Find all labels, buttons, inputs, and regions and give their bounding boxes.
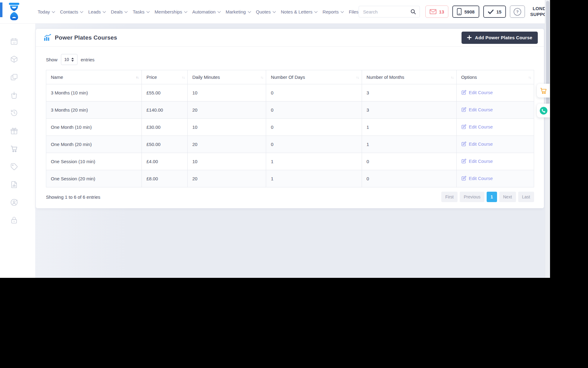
sidebar-item-history[interactable]	[0, 104, 35, 122]
chevron-down-icon	[124, 11, 128, 13]
sidebar-item-cart[interactable]	[0, 140, 35, 158]
page-button-1[interactable]: 1	[487, 192, 497, 202]
sidebar-item-gifts[interactable]	[0, 122, 35, 140]
edit-course-link[interactable]: Edit Course	[461, 107, 493, 112]
whatsapp-icon	[539, 106, 548, 115]
messages-badge[interactable]: 13	[425, 6, 449, 18]
nav-item-reports[interactable]: Reports	[322, 9, 344, 14]
floating-whatsapp-button[interactable]	[537, 104, 550, 117]
nav-item-label: Tasks	[133, 9, 144, 14]
svg-text:?: ?	[516, 10, 519, 14]
search-input[interactable]	[359, 9, 407, 14]
search-box	[359, 6, 420, 17]
hourglass-logo-icon	[8, 3, 20, 21]
cell-price: £50.00	[142, 136, 188, 153]
app-logo[interactable]	[0, 3, 35, 21]
page-size-row: Show 10 entries	[46, 54, 534, 65]
cell-number-of-months: 0	[362, 153, 456, 170]
cell-number-of-days: 1	[266, 170, 362, 187]
floating-cart-button[interactable]	[537, 84, 550, 98]
sidebar-item-members[interactable]	[0, 194, 35, 211]
cell-number-of-months: 1	[362, 136, 456, 153]
messages-count: 13	[439, 9, 444, 14]
column-header-number-of-months[interactable]: Number of Months↑↓	[362, 70, 456, 84]
nav-item-automation[interactable]: Automation	[192, 9, 221, 14]
column-header-name[interactable]: Name↑↓	[46, 70, 142, 84]
chevron-down-icon	[341, 11, 344, 13]
chevron-down-icon	[217, 11, 221, 13]
svg-text:12: 12	[13, 41, 16, 44]
cell-options: Edit Course	[456, 170, 534, 187]
page-size-select[interactable]: 10	[61, 54, 77, 65]
sort-icon: ↑↓	[136, 75, 139, 79]
edit-icon	[461, 141, 466, 147]
nav-item-today[interactable]: Today	[38, 9, 55, 14]
calls-count: 5908	[464, 9, 474, 14]
column-header-price[interactable]: Price↑↓	[142, 70, 188, 84]
sidebar-item-reports[interactable]	[0, 175, 35, 193]
chevron-down-icon	[314, 11, 318, 13]
history-icon	[10, 109, 18, 117]
question-icon: ?	[513, 8, 522, 16]
sidebar-item-products[interactable]	[0, 50, 35, 68]
cell-number-of-days: 0	[266, 84, 362, 102]
top-navigation-bar: TodayContactsLeadsDealsTasksMembershipsA…	[0, 0, 550, 23]
nav-item-deals[interactable]: Deals	[111, 9, 128, 14]
tasks-badge[interactable]: 15	[483, 6, 506, 18]
page-button-first[interactable]: First	[441, 192, 458, 202]
nav-item-leads[interactable]: Leads	[88, 9, 106, 14]
column-header-number-of-days[interactable]: Number Of Days↑↓	[266, 70, 362, 84]
nav-item-memberships[interactable]: Memberships	[155, 9, 187, 14]
scrollbar[interactable]	[545, 0, 550, 278]
lock-icon	[10, 216, 18, 224]
edit-course-link[interactable]: Edit Course	[461, 176, 493, 181]
nav-item-label: Reports	[322, 9, 339, 14]
help-button[interactable]: ?	[510, 6, 525, 18]
header-tools: 13 5908 15 ? LONDON SUPPORT	[359, 5, 550, 19]
sort-icon: ↑↓	[182, 75, 185, 79]
edit-course-link[interactable]: Edit Course	[461, 159, 493, 164]
search-button[interactable]	[407, 6, 420, 17]
edit-course-link[interactable]: Edit Course	[461, 124, 493, 129]
column-header-daily-minutes[interactable]: Daily Minutes↑↓	[187, 70, 266, 84]
chevron-down-icon	[248, 11, 251, 13]
column-header-options[interactable]: Options↑↓	[456, 70, 534, 84]
nav-item-tasks[interactable]: Tasks	[133, 9, 149, 14]
nav-item-contacts[interactable]: Contacts	[60, 9, 83, 14]
page-button-next[interactable]: Next	[499, 192, 516, 202]
search-icon	[410, 9, 416, 15]
cell-number-of-months: 1	[362, 119, 456, 136]
cell-number-of-days: 0	[266, 136, 362, 153]
main-content: Power Plates Courses Add Power Plates Co…	[35, 23, 550, 278]
chevron-down-icon	[52, 11, 55, 13]
page-button-previous[interactable]: Previous	[460, 192, 484, 202]
edit-icon	[461, 124, 466, 129]
cell-price: £55.00	[142, 84, 188, 102]
chevron-down-icon	[273, 11, 276, 13]
nav-item-quotes[interactable]: Quotes	[256, 9, 276, 14]
calendar-icon: 12	[10, 37, 18, 45]
add-course-button[interactable]: Add Power Plates Course	[462, 32, 538, 44]
nav-item-files[interactable]: Files	[349, 9, 359, 14]
edit-course-link[interactable]: Edit Course	[461, 90, 493, 95]
cell-name: 3 Months (10 min)	[46, 84, 142, 102]
page-title: Power Plates Courses	[55, 34, 117, 41]
sidebar-item-security[interactable]	[0, 211, 35, 229]
edit-course-link[interactable]: Edit Course	[461, 141, 493, 147]
card-header: Power Plates Courses Add Power Plates Co…	[36, 29, 544, 47]
nav-item-marketing[interactable]: Marketing	[226, 9, 251, 14]
chevron-down-icon	[103, 11, 106, 13]
screen-canvas: TodayContactsLeadsDealsTasksMembershipsA…	[0, 0, 588, 368]
sidebar-item-pricing[interactable]	[0, 158, 35, 175]
cell-name: 3 Months (20 min)	[46, 102, 142, 119]
nav-item-notes-letters[interactable]: Notes & Letters	[281, 9, 318, 14]
sidebar-item-orders[interactable]	[0, 86, 35, 104]
cell-options: Edit Course	[456, 119, 534, 136]
cell-name: One Session (10 min)	[46, 153, 142, 170]
courses-card: Power Plates Courses Add Power Plates Co…	[36, 29, 544, 208]
sidebar-item-duplicates[interactable]	[0, 68, 35, 86]
sidebar-item-calendar[interactable]: 12	[0, 33, 35, 50]
calls-badge[interactable]: 5908	[452, 6, 479, 18]
shopping-bag-icon	[10, 91, 18, 99]
page-button-last[interactable]: Last	[518, 192, 534, 202]
